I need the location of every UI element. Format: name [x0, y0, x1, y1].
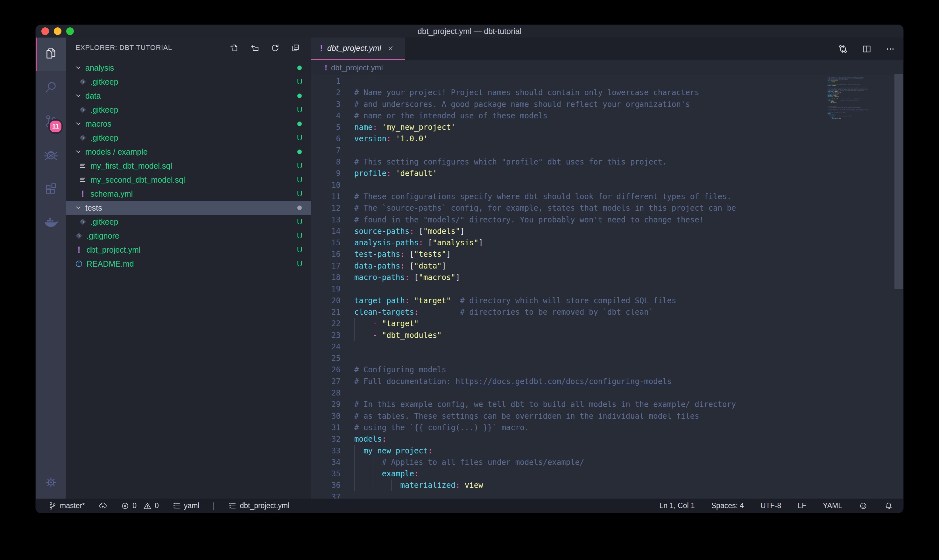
- activity-item-source-control[interactable]: 11: [35, 105, 66, 139]
- code-line[interactable]: 33 my_new_project:: [311, 445, 904, 457]
- tree-item-models-example[interactable]: models / example: [66, 145, 311, 159]
- activity-item-debug[interactable]: [35, 139, 66, 172]
- code-line[interactable]: 3# and underscores. A good package name …: [311, 98, 904, 110]
- gear-icon: [44, 475, 58, 491]
- code-line[interactable]: 10: [311, 180, 904, 191]
- code-line[interactable]: 9profile: 'default': [311, 168, 904, 179]
- code-text: # and underscores. A good package name s…: [354, 98, 690, 110]
- activity-item-explorer[interactable]: [35, 37, 66, 71]
- code-line[interactable]: 8# This setting configures which "profil…: [311, 156, 904, 168]
- split-editor-button[interactable]: [861, 44, 872, 54]
- tree-item--gitignore[interactable]: .gitignoreU: [66, 229, 311, 243]
- activity-item-docker[interactable]: [35, 206, 66, 240]
- code-line[interactable]: 4# name or the intended use of these mod…: [311, 110, 904, 122]
- code-text: data-paths: ["data"]: [354, 260, 446, 272]
- code-line[interactable]: 15analysis-paths: ["analysis"]: [311, 237, 904, 249]
- code-line[interactable]: 14source-paths: ["models"]: [311, 226, 904, 237]
- status-language-mode[interactable]: YAML: [823, 502, 842, 510]
- status-notifications[interactable]: [884, 502, 893, 510]
- tree-item--gitkeep[interactable]: .gitkeepU: [66, 131, 311, 145]
- code-line[interactable]: 7: [311, 145, 904, 156]
- code-line[interactable]: 6version: '1.0.0': [311, 133, 904, 145]
- code-line[interactable]: 5name: 'my_new_project': [311, 122, 904, 133]
- code-line[interactable]: 28: [311, 387, 904, 399]
- code-line[interactable]: 36 materialized: view: [311, 480, 904, 491]
- status-label: master*: [60, 502, 85, 510]
- code-line[interactable]: 27# Full documentation: https://docs.get…: [311, 376, 904, 387]
- more-actions-button[interactable]: [885, 44, 896, 54]
- code-line[interactable]: 32models:: [311, 433, 904, 445]
- code-line[interactable]: 25: [311, 352, 904, 364]
- refresh-explorer-button[interactable]: [270, 43, 280, 53]
- new-folder-button[interactable]: [250, 43, 260, 53]
- code-text: source-paths: ["models"]: [354, 226, 465, 237]
- line-number: 23: [311, 330, 340, 341]
- code-editor[interactable]: 12# Name your project! Project names sho…: [311, 75, 904, 498]
- tree-item-label: my_second_dbt_model.sql: [91, 175, 185, 185]
- tree-item--gitkeep[interactable]: .gitkeepU: [66, 215, 311, 229]
- code-line[interactable]: 20target-path: "target" # directory whic…: [311, 295, 904, 306]
- code-line[interactable]: 1: [311, 75, 904, 87]
- status-encoding[interactable]: UTF-8: [760, 502, 781, 510]
- tree-item-analysis[interactable]: analysis: [66, 61, 311, 75]
- code-line[interactable]: 21clean-targets: # directories to be rem…: [311, 306, 904, 318]
- code-line[interactable]: 34 # Applies to all files under models/e…: [311, 457, 904, 468]
- status-active-file[interactable]: dbt_project.yml: [228, 502, 289, 510]
- status-cursor-position[interactable]: Ln 1, Col 1: [660, 502, 695, 510]
- tree-item-schema-yml[interactable]: !schema.ymlU: [66, 187, 311, 201]
- collapse-folders-button[interactable]: [291, 43, 300, 53]
- code-line[interactable]: 31# using the `{{ config(...) }}` macro.: [311, 422, 904, 433]
- breadcrumb[interactable]: ! dbt_project.yml: [311, 60, 904, 75]
- code-line[interactable]: 22 - "target": [311, 318, 904, 329]
- compare-changes-button[interactable]: [838, 44, 848, 54]
- code-line[interactable]: 17data-paths: ["data"]: [311, 260, 904, 272]
- activity-item-search[interactable]: [35, 71, 66, 105]
- line-number: 5: [311, 122, 340, 133]
- tree-item--gitkeep[interactable]: .gitkeepU: [66, 103, 311, 117]
- minimap[interactable]: # Name your project! Project names shoul…: [828, 75, 884, 209]
- code-line[interactable]: 26# Configuring models: [311, 364, 904, 375]
- tree-item-my-second-dbt-model-sql[interactable]: my_second_dbt_model.sqlU: [66, 173, 311, 187]
- folder-status-dot: [297, 66, 302, 70]
- code-line[interactable]: 30# as tables. These settings can be ove…: [311, 411, 904, 422]
- status-linter-yaml[interactable]: yaml: [172, 502, 200, 510]
- editor-scrollbar[interactable]: [894, 74, 903, 289]
- tree-item--gitkeep[interactable]: .gitkeepU: [66, 75, 311, 89]
- error-circle-icon: [121, 502, 129, 510]
- code-text: test-paths: ["tests"]: [354, 249, 451, 260]
- code-text: # Name your project! Project names shoul…: [354, 87, 699, 98]
- activity-item-extensions[interactable]: [35, 172, 66, 206]
- code-line[interactable]: 24: [311, 341, 904, 352]
- code-line[interactable]: 19: [311, 283, 904, 295]
- tree-item-dbt-project-yml[interactable]: !dbt_project.ymlU: [66, 243, 311, 257]
- code-line[interactable]: 11# These configurations specify where d…: [311, 191, 904, 202]
- code-line[interactable]: 29# In this example config, we tell dbt …: [311, 399, 904, 410]
- tree-item-my-first-dbt-model-sql[interactable]: my_first_dbt_model.sqlU: [66, 159, 311, 173]
- status-eol[interactable]: LF: [798, 502, 806, 510]
- code-line[interactable]: 18macro-paths: ["macros"]: [311, 272, 904, 283]
- code-line[interactable]: 37: [311, 491, 904, 498]
- status-label: Ln 1, Col 1: [660, 502, 695, 510]
- code-line[interactable]: 2# Name your project! Project names shou…: [311, 87, 904, 98]
- new-file-button[interactable]: [229, 43, 239, 53]
- code-line[interactable]: 16test-paths: ["tests"]: [311, 249, 904, 260]
- tree-item-readme-md[interactable]: README.mdU: [66, 257, 311, 271]
- close-tab-icon[interactable]: [387, 45, 394, 52]
- status-problems-warnings[interactable]: 0: [143, 502, 159, 510]
- code-line[interactable]: 12# The `source-paths` config, for examp…: [311, 202, 904, 214]
- status-indentation[interactable]: Spaces: 4: [711, 502, 744, 510]
- code-line[interactable]: 35 example:: [311, 468, 904, 480]
- warning-triangle-icon: [143, 502, 152, 510]
- line-number: 17: [311, 260, 340, 272]
- tab-dbt-project-yml[interactable]: ! dbt_project.yml: [311, 37, 405, 60]
- status-git-branch-status[interactable]: master*: [48, 502, 85, 510]
- code-line[interactable]: 23 - "dbt_modules": [311, 330, 904, 341]
- tree-item-data[interactable]: data: [66, 89, 311, 103]
- status-feedback[interactable]: [859, 502, 868, 510]
- tree-item-macros[interactable]: macros: [66, 117, 311, 131]
- status-problems-errors[interactable]: 0: [121, 502, 137, 510]
- settings-button[interactable]: [35, 475, 66, 491]
- status-publish-changes[interactable]: [99, 502, 107, 510]
- tree-item-tests[interactable]: tests: [66, 201, 311, 215]
- code-line[interactable]: 13# found in the "models/" directory. Yo…: [311, 214, 904, 226]
